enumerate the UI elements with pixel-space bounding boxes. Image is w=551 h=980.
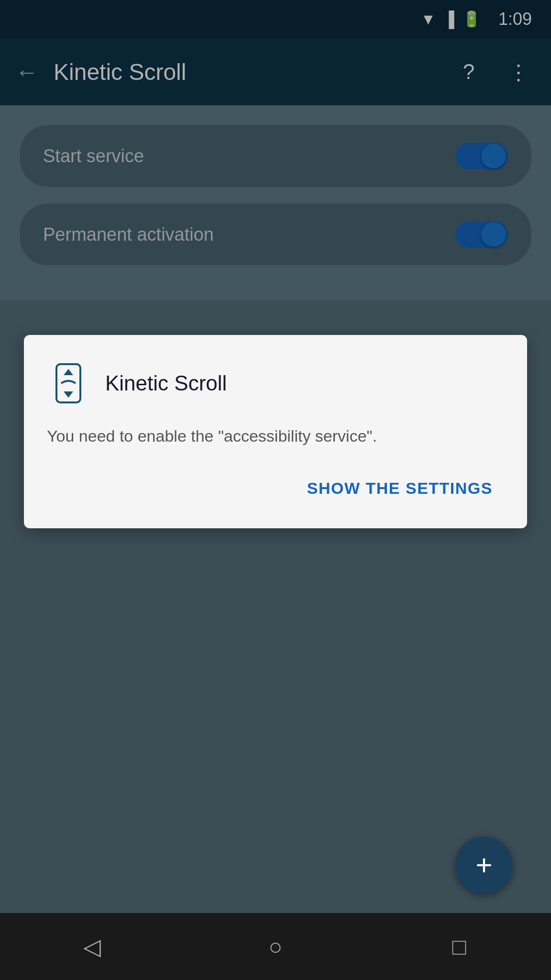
dialog-message: You need to enable the "accessibility se… bbox=[47, 424, 504, 448]
accessibility-dialog: Kinetic Scroll You need to enable the "a… bbox=[24, 335, 527, 528]
dialog-title: Kinetic Scroll bbox=[105, 371, 227, 395]
svg-marker-2 bbox=[64, 391, 73, 398]
kinetic-scroll-dialog-icon bbox=[47, 362, 90, 405]
nav-back-icon: ◁ bbox=[83, 933, 101, 960]
show-settings-button[interactable]: SHOW THE SETTINGS bbox=[296, 471, 504, 505]
add-icon: + bbox=[475, 851, 492, 880]
nav-recent-button[interactable]: □ bbox=[430, 927, 488, 966]
nav-back-button[interactable]: ◁ bbox=[63, 927, 121, 966]
nav-recent-icon: □ bbox=[452, 934, 466, 960]
nav-home-icon: ○ bbox=[269, 934, 283, 960]
nav-home-button[interactable]: ○ bbox=[247, 927, 304, 966]
dialog-header: Kinetic Scroll bbox=[47, 362, 504, 405]
bottom-nav: ◁ ○ □ bbox=[0, 913, 551, 980]
dialog-actions: SHOW THE SETTINGS bbox=[47, 471, 504, 505]
svg-marker-1 bbox=[64, 369, 73, 375]
fab-add-button[interactable]: + bbox=[455, 836, 513, 894]
